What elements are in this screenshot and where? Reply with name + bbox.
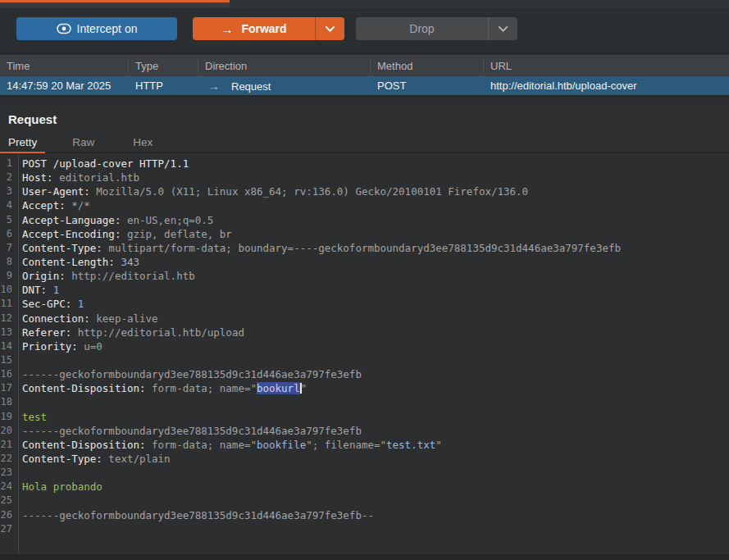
code-segment-value: en-US,en;q=0.5 xyxy=(121,214,213,226)
code-text: test xyxy=(16,410,47,424)
line-number: 20 xyxy=(0,424,16,438)
column-header-url[interactable]: URL xyxy=(484,58,729,74)
code-line[interactable]: 3User-Agent: Mozilla/5.0 (X11; Linux x86… xyxy=(0,184,729,198)
line-number: 1 xyxy=(0,157,16,171)
code-line[interactable]: 10DNT: 1 xyxy=(0,283,729,297)
code-line[interactable]: 24Hola probando xyxy=(0,480,729,494)
code-line[interactable]: 26------geckoformboundaryd3ee788135d9c31… xyxy=(0,508,729,522)
code-text xyxy=(16,395,22,409)
drop-button-group: Drop xyxy=(356,17,517,40)
code-line[interactable]: 9Origin: http://editorial.htb xyxy=(0,269,729,283)
code-line[interactable]: 2Host: editorial.htb xyxy=(0,171,729,184)
code-segment-name: Content-Disposition: xyxy=(22,439,146,451)
code-text xyxy=(16,353,22,367)
forward-arrow-icon: → xyxy=(221,22,233,36)
code-line[interactable]: 25 xyxy=(0,494,729,508)
code-text: Content-Type: text/plain xyxy=(16,452,171,466)
line-number: 3 xyxy=(0,184,16,198)
line-number: 14 xyxy=(0,339,16,353)
tab-pretty[interactable]: Pretty xyxy=(0,134,45,153)
request-direction-arrow-icon: → xyxy=(208,80,220,93)
code-segment-value: gzip, deflate, br xyxy=(121,228,231,240)
code-text: ------geckoformboundaryd3ee788135d9c31d4… xyxy=(16,367,362,381)
code-line[interactable]: 8Content-Length: 343 xyxy=(0,255,729,269)
line-number: 23 xyxy=(0,466,16,480)
code-line[interactable]: 18 xyxy=(0,395,729,409)
code-segment-value: form-data; name=" xyxy=(146,382,257,394)
code-segment-str: bookfile xyxy=(257,439,306,451)
code-text: Content-Disposition: form-data; name="bo… xyxy=(16,438,442,452)
code-segment-num: 1 xyxy=(53,284,60,296)
code-line[interactable]: 13Referer: http://editorial.htb/upload xyxy=(0,326,729,339)
code-line[interactable]: 7Content-Type: multipart/form-data; boun… xyxy=(0,241,729,255)
intercept-toolbar: Intercept on → Forward Drop xyxy=(0,8,729,53)
code-segment-name: DNT: xyxy=(22,284,47,296)
drop-dropdown-button[interactable] xyxy=(488,17,517,40)
drop-button[interactable]: Drop xyxy=(356,17,488,40)
intercept-toggle-button[interactable]: Intercept on xyxy=(16,17,177,40)
code-segment-value: editorial.htb xyxy=(53,171,139,184)
chevron-down-icon xyxy=(325,25,335,33)
code-line[interactable]: 20------geckoformboundaryd3ee788135d9c31… xyxy=(0,424,729,438)
code-line[interactable]: 23 xyxy=(0,466,729,480)
code-line[interactable]: 16------geckoformboundaryd3ee788135d9c31… xyxy=(0,367,729,381)
column-header-time[interactable]: Time xyxy=(0,58,129,74)
line-number: 13 xyxy=(0,326,16,339)
code-text: Content-Length: 343 xyxy=(16,255,139,269)
request-panel: Request Pretty Raw Hex 1POST /upload-cov… xyxy=(0,107,729,560)
code-segment-num: 343 xyxy=(121,256,139,268)
tab-raw[interactable]: Raw xyxy=(64,134,103,153)
code-segment-value: multipart/form-data; boundary=----geckof… xyxy=(103,242,621,254)
forward-button[interactable]: → Forward xyxy=(193,17,315,40)
code-text: DNT: 1 xyxy=(16,283,59,297)
view-tabs: Pretty Raw Hex xyxy=(0,134,729,153)
code-text: User-Agent: Mozilla/5.0 (X11; Linux x86_… xyxy=(16,184,528,198)
code-segment-name: Referer: xyxy=(22,326,71,339)
line-number: 4 xyxy=(0,198,16,212)
drop-label: Drop xyxy=(409,22,434,35)
code-line[interactable]: 22Content-Type: text/plain xyxy=(0,452,729,466)
code-line[interactable]: 11Sec-GPC: 1 xyxy=(0,297,729,311)
code-line[interactable]: 19test xyxy=(0,410,729,424)
code-segment-value: form-data; name=" xyxy=(146,439,257,451)
code-line[interactable]: 15 xyxy=(0,353,729,367)
active-tab-indicator[interactable] xyxy=(0,0,230,8)
code-segment-name: Content-Length: xyxy=(22,256,115,268)
column-header-method[interactable]: Method xyxy=(371,58,484,74)
code-text: Referer: http://editorial.htb/upload xyxy=(16,326,244,339)
code-line[interactable]: 1POST /upload-cover HTTP/1.1 xyxy=(0,157,729,171)
code-segment-value: Mozilla/5.0 (X11; Linux x86_64; rv:136.0… xyxy=(90,185,528,198)
code-segment-value: u=0 xyxy=(78,340,103,353)
code-text: Accept: */* xyxy=(16,198,90,212)
burp-proxy-intercept-window: Intercept on → Forward Drop xyxy=(0,0,729,560)
code-line[interactable]: 14Priority: u=0 xyxy=(0,339,729,353)
code-segment-name: Sec-GPC: xyxy=(22,298,71,310)
code-line[interactable]: 17Content-Disposition: form-data; name="… xyxy=(0,381,729,395)
code-segment-name: Accept-Encoding: xyxy=(22,228,121,240)
line-number: 8 xyxy=(0,255,16,269)
code-segment-name: Priority: xyxy=(22,340,78,353)
table-row[interactable]: 14:47:59 20 Mar 2025 HTTP →Request POST … xyxy=(0,76,729,97)
code-text: Connection: keep-alive xyxy=(16,312,158,326)
code-line[interactable]: 21Content-Disposition: form-data; name="… xyxy=(0,438,729,452)
column-header-type[interactable]: Type xyxy=(129,58,198,74)
code-line[interactable]: 4Accept: */* xyxy=(0,198,729,212)
tab-hex[interactable]: Hex xyxy=(125,134,161,153)
code-line[interactable]: 6Accept-Encoding: gzip, deflate, br xyxy=(0,227,729,241)
line-number: 27 xyxy=(0,522,16,536)
column-header-direction[interactable]: Direction xyxy=(198,58,371,74)
request-editor[interactable]: 1POST /upload-cover HTTP/1.12Host: edito… xyxy=(0,154,729,560)
line-number: 22 xyxy=(0,452,16,466)
code-line[interactable]: 12Connection: keep-alive xyxy=(0,312,729,326)
code-line[interactable]: 27 xyxy=(0,522,729,536)
code-line[interactable]: 5Accept-Language: en-US,en;q=0.5 xyxy=(0,213,729,227)
code-segment-value: ------geckoformboundaryd3ee788135d9c31d4… xyxy=(22,425,362,437)
code-segment-name: Connection: xyxy=(22,312,90,325)
code-text: ------geckoformboundaryd3ee788135d9c31d4… xyxy=(16,508,374,522)
forward-dropdown-button[interactable] xyxy=(315,17,344,40)
line-number: 11 xyxy=(0,297,16,311)
code-text xyxy=(16,522,22,536)
editor-bottom-edge xyxy=(0,554,729,560)
code-text: Accept-Encoding: gzip, deflate, br xyxy=(16,227,232,241)
code-segment-value: ------geckoformboundaryd3ee788135d9c31d4… xyxy=(22,368,362,380)
